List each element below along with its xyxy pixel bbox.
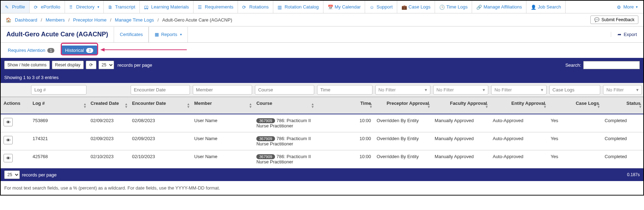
- nav-learning-materials[interactable]: 🕮Learning Materials: [140, 1, 193, 13]
- cell-course: 367909786: Practicum II Nurse Practition…: [254, 150, 316, 168]
- filter-log[interactable]: [31, 85, 86, 95]
- breadcrumb-row: 🏠 Dashboard/ Members/ Preceptor Home/ Ma…: [1, 13, 643, 26]
- nav-profile[interactable]: ✎Profile: [1, 1, 30, 13]
- nav-case-logs[interactable]: 💼Case Logs: [397, 1, 435, 13]
- cell-member: User Name: [191, 114, 254, 132]
- view-button[interactable]: 👁: [4, 154, 13, 162]
- filter-preceptor[interactable]: No Filter▾: [375, 85, 430, 95]
- nav-directory[interactable]: ⠿Directory▾: [65, 1, 104, 13]
- cell-status: Completed: [602, 150, 643, 168]
- nav-my-calendar[interactable]: 📅My Calendar: [323, 1, 365, 13]
- filter-caselogs[interactable]: [549, 85, 601, 95]
- crumb-preceptor-home[interactable]: Preceptor Home: [73, 17, 107, 23]
- reset-display-button[interactable]: Reset display: [52, 61, 84, 69]
- course-badge: 367909: [256, 118, 275, 123]
- crumb-members[interactable]: Members: [46, 17, 65, 23]
- tab-requires-attention[interactable]: Requires Attention 1: [4, 46, 59, 55]
- th-created[interactable]: Created Date▴▾: [88, 97, 129, 114]
- submit-feedback-button[interactable]: 💬Submit Feedback: [590, 16, 638, 24]
- caret-down-icon: ▾: [483, 87, 485, 92]
- tabs-row: Requires Attention 1 Historical 3: [1, 43, 643, 58]
- nav-manage-affiliations[interactable]: 🔗Manage Affiliations: [472, 1, 526, 13]
- hint-text: For most text search fields, use a % (pe…: [1, 181, 643, 195]
- cell-course: 367909786: Practicum II Nurse Practition…: [254, 114, 316, 132]
- th-log[interactable]: Log #▴▾: [30, 97, 88, 114]
- briefcase-icon: 💼: [401, 5, 406, 10]
- page-size-select[interactable]: 25: [99, 61, 114, 69]
- search-input[interactable]: [583, 61, 640, 69]
- cell-course: 367909786: Practicum II Nurse Practition…: [254, 132, 316, 150]
- nav-rotation-catalog[interactable]: ▥Rotation Catalog: [273, 1, 323, 13]
- export-button[interactable]: ➦Export: [611, 32, 643, 37]
- cell-entity: Auto-Approved: [490, 114, 548, 132]
- refresh-button[interactable]: ⟳: [86, 61, 96, 69]
- sort-icon: ▴▾: [187, 103, 189, 108]
- controls-bar: Show / hide columns Reset display ⟳ 25 r…: [1, 58, 643, 72]
- nav-transcript[interactable]: 🗎Transcript: [104, 1, 140, 13]
- nav-eportfolio[interactable]: ⟳ePortfolio: [30, 1, 65, 13]
- th-member[interactable]: Member▴▾: [191, 97, 254, 114]
- page-size-select-bottom[interactable]: 25: [4, 170, 20, 179]
- sort-icon: ▴▾: [544, 103, 546, 108]
- cell-faculty: Manually Approved: [432, 150, 490, 168]
- nav-requirements[interactable]: ☰Requirements: [193, 1, 238, 13]
- sort-icon: ▴▾: [639, 103, 641, 108]
- subtab-reports[interactable]: ▦Reports▾: [149, 27, 188, 42]
- cell-precept: Overridden By Entity: [374, 150, 432, 168]
- show-hide-columns-button[interactable]: Show / hide columns: [4, 61, 50, 69]
- nav-support[interactable]: ☺Support: [365, 1, 397, 13]
- filter-course[interactable]: [255, 85, 314, 95]
- th-encounter[interactable]: Encounter Date▴▾: [129, 97, 191, 114]
- refresh-icon: ⟳: [242, 5, 247, 10]
- refresh-icon: ⟳: [89, 62, 93, 67]
- th-faculty[interactable]: Faculty Approval▴▾: [432, 97, 490, 114]
- nav-rotations[interactable]: ⟳Rotations: [238, 1, 273, 13]
- tab-historical[interactable]: Historical 3: [61, 46, 97, 55]
- filter-status[interactable]: No Filter▾: [603, 85, 642, 95]
- caret-down-icon: ▾: [425, 87, 427, 92]
- cell-precept: Overridden By Entity: [374, 132, 432, 150]
- course-badge: 367909: [256, 136, 275, 141]
- view-button[interactable]: 👁: [4, 118, 13, 126]
- filter-encounter[interactable]: [131, 85, 190, 95]
- nav-more[interactable]: ⚙More▾: [611, 1, 643, 13]
- filter-faculty[interactable]: No Filter▾: [433, 85, 488, 95]
- time-logs-table: No Filter▾ No Filter▾ No Filter▾ No Filt…: [1, 83, 643, 168]
- crumb-dashboard[interactable]: Dashboard: [15, 17, 37, 23]
- cell-time: 10:00: [316, 150, 374, 168]
- header-row: Actions Log #▴▾ Created Date▴▾ Encounter…: [1, 97, 643, 114]
- th-course[interactable]: Course▴▾: [254, 97, 316, 114]
- th-entity[interactable]: Entity Approval▴▾: [490, 97, 548, 114]
- sort-icon: ▴▾: [598, 103, 600, 108]
- support-icon: ☺: [369, 5, 374, 10]
- cell-precept: Overridden By Entity: [374, 114, 432, 132]
- requires-count-badge: 1: [47, 48, 54, 53]
- cell-caselogs: Yes: [548, 150, 602, 168]
- filter-entity[interactable]: No Filter▾: [491, 85, 546, 95]
- subtab-certificates[interactable]: Certificates: [114, 27, 149, 42]
- filter-member[interactable]: [193, 85, 252, 95]
- sort-icon: ▴▾: [312, 103, 314, 108]
- cell-member: User Name: [191, 132, 254, 150]
- cell-faculty: Manually Approved: [432, 114, 490, 132]
- caret-down-icon: ▾: [636, 87, 639, 92]
- view-button[interactable]: 👁: [4, 136, 13, 144]
- cell-faculty: Manually Approved: [432, 132, 490, 150]
- filter-time[interactable]: [317, 85, 372, 95]
- th-time[interactable]: Time▴▾: [316, 97, 374, 114]
- sort-icon: ▴▾: [84, 103, 86, 108]
- th-precept[interactable]: Preceptor Approval▴▾: [374, 97, 432, 114]
- rpp-label: records per page: [118, 62, 152, 68]
- cell-status: Completed: [602, 114, 643, 132]
- sort-icon: ▴▾: [486, 103, 488, 108]
- nav-job-search[interactable]: 👤Job Search: [526, 1, 566, 13]
- table-row: 👁42576802/10/202302/10/2023User Name3679…: [1, 150, 643, 168]
- chat-icon: 💬: [594, 17, 600, 22]
- search-person-icon: 👤: [531, 5, 536, 10]
- th-status[interactable]: Status▴▾: [602, 97, 643, 114]
- nav-time-logs[interactable]: 🕒Time Logs: [435, 1, 472, 13]
- crumb-manage-time-logs[interactable]: Manage Time Logs: [115, 17, 154, 23]
- cell-encounter: 02/10/2023: [129, 150, 191, 168]
- th-caselogs[interactable]: Case Logs▴▾: [548, 97, 602, 114]
- cell-status: Completed: [602, 132, 643, 150]
